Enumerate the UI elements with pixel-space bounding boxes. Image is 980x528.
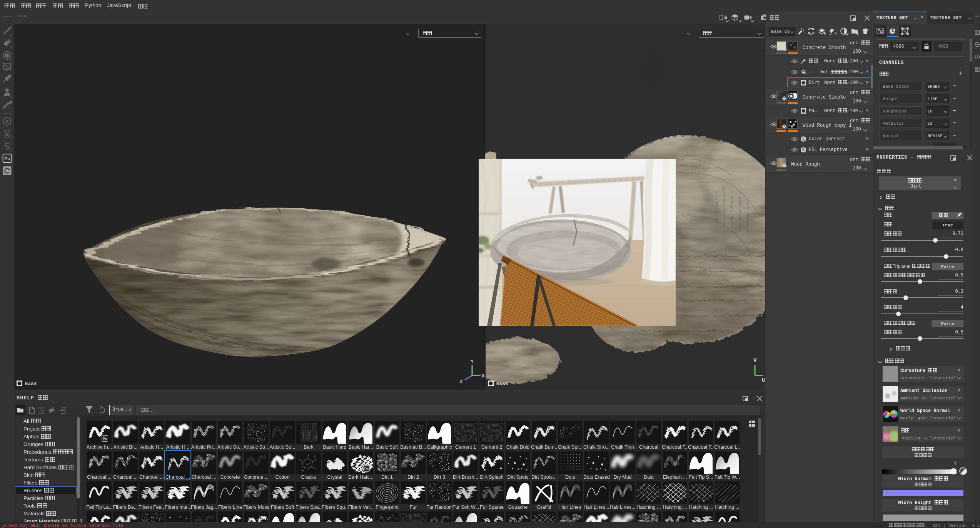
svg-text:S: S xyxy=(802,137,805,141)
svg-text:S: S xyxy=(802,148,805,152)
svg-text:Y: Y xyxy=(471,359,474,364)
svg-text:Ps: Ps xyxy=(4,156,10,161)
svg-text:Z: Z xyxy=(460,379,462,384)
svg-text:U: U xyxy=(762,377,765,383)
svg-text:V: V xyxy=(753,357,757,363)
svg-text:S: S xyxy=(5,119,8,124)
svg-text:X: X xyxy=(482,373,484,379)
